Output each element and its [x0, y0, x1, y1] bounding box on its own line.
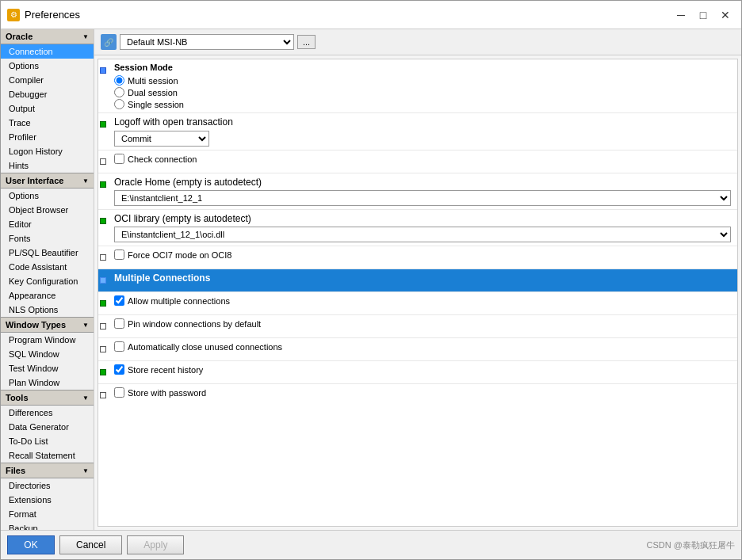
session-mode-radio-group: Multi session Dual session Single sessio… — [114, 75, 731, 109]
oci-library-select[interactable]: E\instantclient_12_1\oci.dll — [114, 227, 731, 242]
sidebar-item-to-do-list[interactable]: To-Do List — [1, 434, 94, 448]
window-types-section-header[interactable]: Window Types ▼ — [1, 317, 94, 333]
pin-window-row: Pin window connections by default — [98, 315, 737, 338]
sidebar-item-object-browser[interactable]: Object Browser — [1, 203, 94, 217]
sidebar-item-code-assistant[interactable]: Code Assistant — [1, 260, 94, 274]
sidebar-item-ui-options[interactable]: Options — [1, 189, 94, 203]
sidebar-item-debugger[interactable]: Debugger — [1, 87, 94, 101]
maximize-button[interactable]: □ — [694, 6, 713, 24]
store-history-checkbox-label[interactable]: Store recent history — [114, 364, 731, 375]
ui-arrow-icon: ▼ — [82, 177, 89, 185]
oracle-home-content: Oracle Home (empty is autodetect) E:\ins… — [108, 173, 737, 209]
auto-close-indicator — [98, 338, 108, 360]
dual-session-radio[interactable] — [114, 87, 124, 97]
allow-multiple-checkbox[interactable] — [114, 295, 124, 306]
allow-multiple-indicator — [98, 292, 108, 314]
oci-library-label: OCI library (empty is autodetect) — [114, 213, 731, 224]
check-connection-row: Check connection — [98, 150, 737, 173]
sidebar-item-output[interactable]: Output — [1, 101, 94, 116]
sidebar-item-connection[interactable]: Connection — [1, 44, 94, 59]
connection-toolbar: 🔗 Default MSI-NB ... — [94, 29, 741, 55]
pin-window-content: Pin window connections by default — [108, 315, 737, 332]
pin-window-checkbox-label[interactable]: Pin window connections by default — [114, 318, 731, 329]
force-oci7-indicator — [98, 246, 108, 269]
footer-buttons: OK Cancel Apply — [7, 535, 184, 554]
store-history-row: Store recent history — [98, 361, 737, 384]
app-icon: ⚙ — [7, 9, 20, 21]
store-password-indicator — [98, 384, 108, 406]
sidebar-item-program-window[interactable]: Program Window — [1, 333, 94, 347]
force-oci7-checkbox-label[interactable]: Force OCI7 mode on OCI8 — [114, 250, 731, 260]
sidebar-item-differences[interactable]: Differences — [1, 406, 94, 420]
sidebar-item-options[interactable]: Options — [1, 59, 94, 73]
sidebar-item-extensions[interactable]: Extensions — [1, 493, 94, 507]
logoff-commit-select[interactable]: Commit Rollback Ask — [114, 131, 209, 147]
dual-session-option[interactable]: Dual session — [114, 87, 731, 97]
auto-close-checkbox[interactable] — [114, 341, 124, 352]
single-session-radio[interactable] — [114, 99, 124, 109]
connection-more-button[interactable]: ... — [297, 35, 316, 49]
store-password-checkbox-label[interactable]: Store with password — [114, 387, 731, 398]
sidebar-item-sql-window[interactable]: SQL Window — [1, 347, 94, 361]
allow-multiple-content: Allow multiple connections — [108, 292, 737, 309]
sidebar: Oracle ▼ Connection Options Compiler Deb… — [1, 29, 94, 530]
sidebar-item-editor[interactable]: Editor — [1, 217, 94, 231]
sidebar-item-profiler[interactable]: Profiler — [1, 130, 94, 144]
oracle-section-header[interactable]: Oracle ▼ — [1, 29, 94, 44]
auto-close-checkbox-label[interactable]: Automatically close unused connections — [114, 341, 731, 352]
main-panel: 🔗 Default MSI-NB ... Session Mode — [94, 29, 741, 530]
check-connection-content: Check connection — [108, 150, 737, 167]
settings-panel: Session Mode Multi session Dual session — [98, 59, 738, 527]
sidebar-item-directories[interactable]: Directories — [1, 478, 94, 493]
user-interface-section-header[interactable]: User Interface ▼ — [1, 173, 94, 189]
multi-session-radio[interactable] — [114, 75, 124, 86]
sidebar-item-recall-statement[interactable]: Recall Statement — [1, 448, 94, 463]
minimize-button[interactable]: ─ — [671, 6, 690, 24]
force-oci7-row: Force OCI7 mode on OCI8 — [98, 246, 737, 269]
sidebar-item-nls-options[interactable]: NLS Options — [1, 303, 94, 317]
oci-library-row: OCI library (empty is autodetect) E\inst… — [98, 210, 737, 246]
ok-button[interactable]: OK — [7, 535, 55, 554]
auto-close-row: Automatically close unused connections — [98, 338, 737, 361]
store-password-checkbox[interactable] — [114, 387, 124, 398]
sidebar-item-test-window[interactable]: Test Window — [1, 361, 94, 375]
sidebar-item-compiler[interactable]: Compiler — [1, 73, 94, 87]
apply-button[interactable]: Apply — [127, 535, 184, 554]
pin-window-dot — [100, 323, 106, 330]
allow-multiple-checkbox-label[interactable]: Allow multiple connections — [114, 295, 731, 306]
sidebar-item-trace[interactable]: Trace — [1, 116, 94, 130]
force-oci7-dot — [100, 254, 106, 261]
store-history-checkbox[interactable] — [114, 364, 124, 375]
sidebar-item-key-configuration[interactable]: Key Configuration — [1, 274, 94, 288]
logoff-dot — [100, 121, 106, 128]
store-password-content: Store with password — [108, 384, 737, 401]
multi-session-option[interactable]: Multi session — [114, 75, 731, 86]
force-oci7-checkbox[interactable] — [114, 250, 124, 260]
store-history-dot — [100, 369, 106, 375]
auto-close-dot — [100, 346, 106, 352]
connection-select[interactable]: Default MSI-NB — [120, 34, 294, 50]
footer: OK Cancel Apply CSDN @泰勒疯狂屠牛 — [1, 530, 741, 559]
check-connection-indicator — [98, 150, 108, 173]
files-section-header[interactable]: Files ▼ — [1, 463, 94, 478]
sidebar-item-fonts[interactable]: Fonts — [1, 231, 94, 246]
cancel-button[interactable]: Cancel — [59, 535, 122, 554]
close-button[interactable]: ✕ — [716, 6, 735, 24]
sidebar-item-backup[interactable]: Backup — [1, 521, 94, 530]
sidebar-item-plan-window[interactable]: Plan Window — [1, 375, 94, 390]
sidebar-item-data-generator[interactable]: Data Generator — [1, 420, 94, 434]
sidebar-item-plsql-beautifier[interactable]: PL/SQL Beautifier — [1, 246, 94, 260]
check-connection-checkbox-label[interactable]: Check connection — [114, 154, 731, 164]
multiple-connections-label: Multiple Connections — [114, 272, 731, 284]
sidebar-item-appearance[interactable]: Appearance — [1, 288, 94, 303]
oracle-home-select[interactable]: E:\instantclient_12_1 — [114, 190, 731, 206]
pin-window-checkbox[interactable] — [114, 318, 124, 329]
logoff-row: Logoff with open transaction Commit Roll… — [98, 113, 737, 150]
sidebar-item-hints[interactable]: Hints — [1, 158, 94, 173]
sidebar-item-logon-history[interactable]: Logon History — [1, 144, 94, 158]
check-connection-checkbox[interactable] — [114, 154, 124, 164]
tools-section-header[interactable]: Tools ▼ — [1, 390, 94, 406]
single-session-option[interactable]: Single session — [114, 99, 731, 109]
multiple-connections-content: Multiple Connections — [108, 269, 737, 287]
sidebar-item-format[interactable]: Format — [1, 507, 94, 521]
